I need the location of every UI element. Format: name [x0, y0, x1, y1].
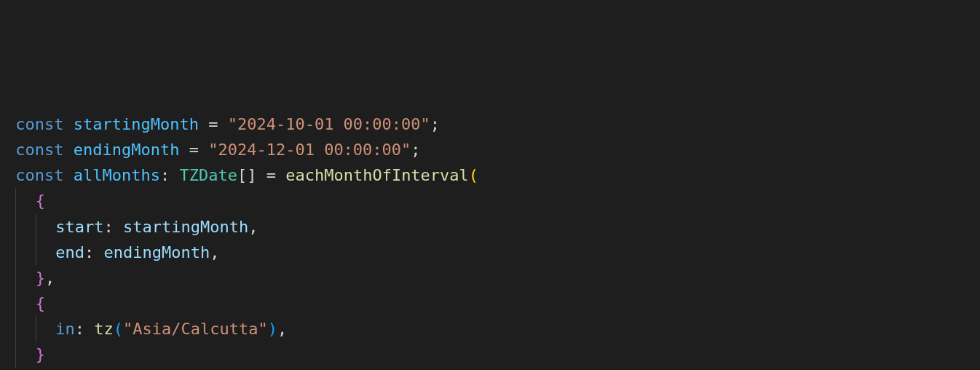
indent-guide-icon	[15, 291, 16, 316]
comma: ,	[248, 218, 258, 236]
comma: ,	[45, 269, 55, 287]
indent-guide-icon	[15, 342, 16, 367]
code-line: start: startingMonth,	[6, 214, 974, 240]
type-name: TZDate	[179, 166, 237, 184]
paren-open: (	[114, 320, 123, 338]
indent-guide-icon	[36, 316, 36, 342]
brace-open: {	[36, 294, 45, 312]
brace-close: }	[36, 269, 45, 287]
code-line: const allMonths: TZDate[] = eachMonthOfI…	[6, 162, 974, 188]
semicolon: ;	[411, 141, 420, 159]
string: "2024-10-01 00:00:00"	[228, 115, 430, 133]
operator: =	[179, 141, 208, 159]
keyword-const: const	[15, 141, 63, 159]
brace-close: }	[36, 345, 45, 363]
function-call: tz	[94, 320, 114, 338]
comma: ,	[277, 320, 287, 338]
object-key: end	[55, 243, 84, 261]
keyword-const: const	[15, 166, 63, 184]
indent-guide-icon	[15, 214, 16, 240]
code-line: );	[6, 368, 974, 370]
code-editor[interactable]: const startingMonth = "2024-10-01 00:00:…	[6, 111, 974, 370]
paren-close: )	[268, 320, 277, 338]
object-key: start	[55, 218, 103, 236]
string: "Asia/Calcutta"	[123, 320, 268, 338]
identifier: endingMonth	[74, 141, 180, 159]
colon: :	[160, 166, 180, 184]
code-line: {	[6, 291, 974, 316]
code-line: const startingMonth = "2024-10-01 00:00:…	[6, 111, 974, 137]
keyword-const: const	[15, 115, 63, 133]
colon: :	[84, 243, 94, 261]
identifier: startingMonth	[74, 115, 199, 133]
code-line: }	[6, 342, 974, 367]
identifier: startingMonth	[123, 218, 248, 236]
string: "2024-12-01 00:00:00"	[208, 141, 411, 159]
identifier: endingMonth	[104, 243, 210, 261]
code-line: const endingMonth = "2024-12-01 00:00:00…	[6, 137, 974, 162]
brackets: []	[237, 166, 257, 184]
operator: =	[256, 166, 285, 184]
identifier: allMonths	[74, 166, 160, 184]
operator: =	[199, 115, 228, 133]
keyword-in: in	[55, 320, 75, 338]
code-line: in: tz("Asia/Calcutta"),	[6, 316, 974, 342]
semicolon: ;	[430, 115, 440, 133]
code-line: {	[6, 188, 974, 213]
code-line: end: endingMonth,	[6, 240, 974, 265]
code-line: },	[6, 265, 974, 291]
comma: ,	[210, 243, 219, 261]
indent-guide-icon	[15, 265, 16, 291]
colon: :	[103, 218, 113, 236]
indent-guide-icon	[15, 240, 16, 265]
indent-guide-icon	[15, 316, 16, 342]
indent-guide-icon	[36, 214, 36, 240]
colon: :	[75, 320, 95, 338]
paren-open: (	[469, 166, 478, 184]
brace-open: {	[36, 192, 45, 210]
indent-guide-icon	[15, 188, 16, 213]
function-call: eachMonthOfInterval	[285, 166, 469, 184]
indent-guide-icon	[36, 240, 36, 265]
